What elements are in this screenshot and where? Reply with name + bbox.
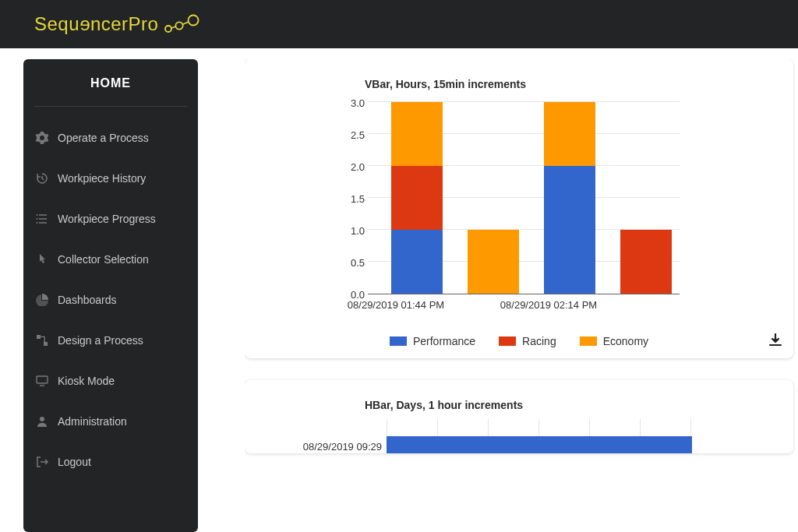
legend-item-racing: Racing [499, 335, 556, 347]
sidebar-item-label: Logout [58, 456, 91, 468]
bar-segment-economy [391, 102, 443, 166]
logo-part: e [79, 13, 90, 35]
chart-legend: Performance Racing Economy [259, 335, 779, 347]
topbar: SequencerPro [0, 0, 798, 48]
svg-line-4 [182, 22, 189, 25]
sidebar-item-label: Kiosk Mode [58, 375, 115, 387]
svg-rect-10 [37, 376, 48, 383]
chart-card-hbar: HBar, Days, 1 hour increments 08/29/2019… [245, 380, 793, 453]
body: HOME Operate a Process Workpiece History… [0, 48, 798, 532]
svg-line-3 [171, 26, 177, 28]
pie-icon [36, 294, 48, 306]
y-tick: 0.5 [338, 257, 365, 269]
plot-area [387, 419, 692, 453]
monitor-icon [36, 375, 48, 387]
legend-label: Economy [603, 335, 648, 347]
y-tick: 3.0 [338, 97, 365, 109]
svg-point-5 [37, 214, 38, 216]
legend-item-economy: Economy [580, 335, 648, 347]
sidebar-item-operate-process[interactable]: Operate a Process [34, 118, 187, 158]
sidebar-item-workpiece-progress[interactable]: Workpiece Progress [34, 199, 187, 239]
bar-group [544, 102, 595, 294]
bar-segment-performance [391, 230, 443, 294]
bar-segment-economy [468, 230, 519, 294]
logo-part: ncerPro [90, 13, 159, 34]
sidebar-item-label: Administration [58, 415, 127, 428]
svg-rect-9 [44, 342, 48, 346]
sidebar-item-label: Workpiece History [58, 172, 146, 185]
sidebar-item-label: Design a Process [58, 334, 143, 347]
sidebar-item-workpiece-history[interactable]: Workpiece History [34, 158, 187, 199]
bar-segment-economy [544, 102, 595, 166]
svg-point-7 [37, 222, 38, 224]
bar-group [468, 230, 519, 294]
sidebar-item-dashboards[interactable]: Dashboards [34, 280, 187, 320]
logo-bubbles-icon [163, 14, 202, 34]
bar-segment-performance [544, 166, 595, 294]
legend-swatch [499, 336, 516, 346]
sidebar-item-label: Collector Selection [58, 253, 149, 266]
y-tick: 2.5 [338, 129, 365, 141]
chart-title: HBar, Days, 1 hour increments [365, 399, 742, 411]
x-tick: 08/29/2019 01:44 PM [334, 299, 458, 311]
sidebar-item-label: Dashboards [58, 294, 117, 306]
flow-icon [36, 334, 48, 347]
chart-hbar: HBar, Days, 1 hour increments 08/29/2019… [282, 399, 742, 453]
hbar-segment-performance [387, 436, 692, 453]
chart-vbar: 0.0 0.5 1.0 1.5 2.0 2.5 3.0 [334, 98, 739, 332]
y-tick: 2.0 [338, 161, 365, 173]
bar-segment-racing [620, 230, 672, 294]
chart-title: VBar, Hours, 15min increments [365, 78, 779, 90]
plot-area [368, 101, 680, 294]
logo[interactable]: SequencerPro [34, 13, 202, 35]
signout-icon [36, 456, 48, 468]
pointer-icon [36, 253, 48, 266]
legend-swatch [390, 336, 407, 346]
bar-group [391, 102, 443, 294]
y-tick: 1.5 [338, 193, 365, 205]
legend-label: Racing [522, 335, 556, 347]
svg-point-0 [165, 26, 171, 32]
sidebar-item-collector-selection[interactable]: Collector Selection [34, 239, 187, 280]
x-tick: 08/29/2019 02:14 PM [486, 299, 611, 311]
sidebar-item-logout[interactable]: Logout [34, 442, 187, 482]
gear-icon [36, 132, 48, 144]
main-content: VBar, Hours, 15min increments 0.0 0.5 1.… [245, 59, 798, 532]
list-icon [36, 213, 48, 225]
chart-card-vbar: VBar, Hours, 15min increments 0.0 0.5 1.… [245, 59, 793, 358]
svg-point-11 [40, 417, 44, 421]
sidebar-item-label: Operate a Process [58, 132, 149, 144]
sidebar-title: HOME [34, 76, 187, 107]
sidebar-item-label: Workpiece Progress [58, 213, 156, 225]
download-button[interactable] [768, 333, 782, 351]
y-category: 08/29/2019 09:29 [282, 441, 382, 453]
svg-point-2 [189, 16, 199, 26]
user-icon [36, 415, 48, 428]
logo-part: Sequ [34, 13, 79, 34]
legend-item-performance: Performance [390, 335, 475, 347]
logo-text: SequencerPro [34, 13, 158, 35]
bar-group [620, 230, 672, 294]
sidebar-item-administration[interactable]: Administration [34, 401, 187, 442]
sidebar-item-design-process[interactable]: Design a Process [34, 320, 187, 361]
sidebar-item-kiosk-mode[interactable]: Kiosk Mode [34, 361, 187, 401]
svg-point-6 [37, 218, 38, 220]
legend-swatch [580, 336, 597, 346]
svg-point-1 [176, 22, 183, 29]
history-icon [36, 172, 48, 185]
sidebar: HOME Operate a Process Workpiece History… [23, 59, 198, 532]
bar-segment-racing [391, 166, 443, 230]
svg-rect-8 [37, 335, 41, 339]
y-tick: 1.0 [338, 225, 365, 237]
legend-label: Performance [413, 335, 475, 347]
